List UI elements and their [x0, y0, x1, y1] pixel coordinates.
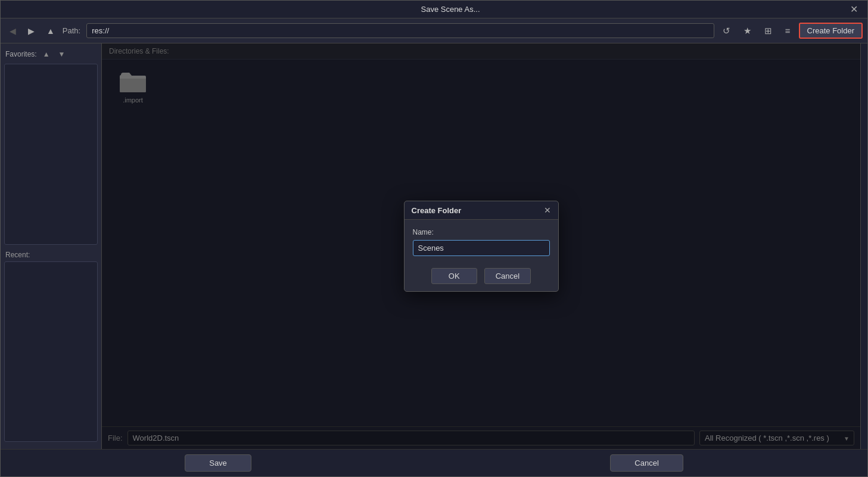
sidebar: Favorites: ▲ ▼ Recent:	[1, 43, 102, 449]
save-scene-dialog: Save Scene As... ✕ ◀ ▶ ▲ Path: ↺ ★ ⊞ ≡ C…	[0, 0, 868, 477]
path-label: Path:	[63, 26, 80, 35]
refresh-button[interactable]: ↺	[718, 23, 735, 39]
favorite-button[interactable]: ★	[739, 23, 756, 39]
path-input[interactable]	[86, 23, 714, 38]
back-button[interactable]: ◀	[5, 24, 20, 38]
modal-body: Name:	[405, 220, 558, 262]
up-button[interactable]: ▲	[42, 24, 59, 38]
favorites-up-button[interactable]: ▲	[41, 49, 52, 59]
forward-button[interactable]: ▶	[24, 24, 39, 38]
grid-view-button[interactable]: ⊞	[760, 23, 777, 39]
modal-ok-button[interactable]: OK	[431, 268, 477, 284]
right-scrollbar[interactable]	[860, 43, 867, 449]
window-close-button[interactable]: ✕	[847, 2, 861, 16]
file-area: Directories & Files: .import File:	[102, 43, 860, 449]
save-button[interactable]: Save	[185, 454, 251, 472]
favorites-section: Favorites: ▲ ▼	[1, 47, 101, 64]
cancel-button[interactable]: Cancel	[610, 454, 683, 472]
action-bar: Save Cancel	[1, 449, 867, 476]
modal-actions: OK Cancel	[405, 262, 558, 291]
toolbar: ◀ ▶ ▲ Path: ↺ ★ ⊞ ≡ Create Folder	[1, 18, 867, 43]
favorites-label: Favorites: ▲ ▼	[5, 49, 97, 59]
title-bar: Save Scene As... ✕	[1, 1, 867, 18]
favorites-down-button[interactable]: ▼	[56, 49, 68, 59]
window-title: Save Scene As...	[54, 5, 847, 14]
recent-content	[4, 261, 98, 442]
modal-overlay: Create Folder ✕ Name: OK Cancel	[102, 43, 860, 449]
modal-cancel-button[interactable]: Cancel	[484, 268, 531, 284]
modal-titlebar: Create Folder ✕	[405, 201, 558, 220]
create-folder-button[interactable]: Create Folder	[799, 23, 863, 39]
create-folder-dialog: Create Folder ✕ Name: OK Cancel	[404, 201, 559, 292]
list-view-button[interactable]: ≡	[780, 23, 795, 38]
modal-title: Create Folder	[412, 206, 462, 215]
recent-label: Recent:	[1, 248, 101, 261]
main-area: Favorites: ▲ ▼ Recent: Directories & Fil…	[1, 43, 867, 449]
modal-close-button[interactable]: ✕	[544, 205, 551, 215]
modal-name-input[interactable]	[413, 240, 550, 256]
modal-name-label: Name:	[413, 228, 550, 236]
favorites-content	[4, 64, 98, 245]
